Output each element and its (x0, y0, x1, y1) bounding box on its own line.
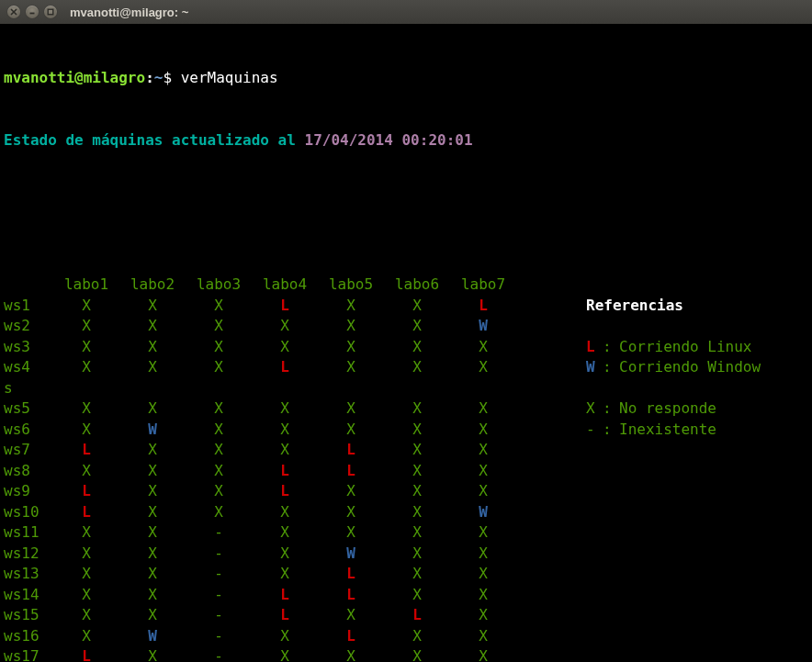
status-timestamp: 17/04/2014 00:20:01 (305, 131, 473, 149)
machine-cell: - (186, 585, 252, 606)
machine-cell: L (53, 481, 119, 502)
machine-cell: L (318, 440, 384, 461)
minimize-icon[interactable] (26, 6, 39, 18)
legend-symbol: L (586, 337, 603, 358)
column-header: labo5 (318, 275, 384, 296)
legend-desc: Corriendo Window (619, 357, 761, 378)
table-row: ws5XXXXXXX (4, 398, 516, 420)
table-row: ws1XXXLXXL (4, 296, 516, 317)
machine-cell: - (186, 522, 252, 544)
table-row: ws6XWXXXXX (4, 420, 516, 441)
machine-cell: X (384, 646, 450, 662)
machine-cell: W (450, 316, 516, 337)
machine-cell: X (186, 461, 252, 482)
machine-cell: - (186, 544, 252, 565)
row-label: ws7 (4, 440, 53, 461)
machine-cell: X (318, 316, 384, 337)
table-row: ws15XX-LXLX (4, 605, 516, 626)
table-row: ws7LXXXLXX (4, 440, 516, 461)
machine-cell: L (318, 585, 384, 606)
machine-cell: L (53, 646, 119, 662)
machine-cell: X (384, 502, 450, 523)
machine-cell: W (450, 502, 516, 523)
row-label: ws16 (4, 626, 53, 647)
machine-cell: X (384, 564, 450, 585)
legend-symbol: X (586, 398, 603, 420)
machine-cell: X (450, 398, 516, 420)
machine-cell: X (318, 337, 384, 358)
machine-cell: X (53, 585, 119, 606)
machine-cell: X (384, 461, 450, 482)
table-row: ws2XXXXXXW (4, 316, 516, 337)
machines-board: labo1labo2labo3labo4labo5labo6labo7ws1XX… (4, 275, 808, 662)
machine-cell: X (318, 420, 384, 441)
row-label: ws15 (4, 605, 53, 626)
row-label: ws13 (4, 564, 53, 585)
machine-cell: X (252, 626, 318, 647)
column-header: labo2 (119, 275, 186, 296)
machine-cell: X (186, 337, 252, 358)
machine-cell: X (450, 481, 516, 502)
machine-cell: X (186, 398, 252, 420)
table-row: ws10LXXXXXW (4, 502, 516, 523)
machine-cell: X (119, 585, 186, 606)
machine-cell: X (252, 522, 318, 544)
machine-cell: X (318, 357, 384, 378)
machine-cell: X (119, 440, 186, 461)
machine-cell: X (252, 440, 318, 461)
table-row: ws17LX-XXXX (4, 646, 516, 662)
row-label: ws6 (4, 420, 53, 441)
machine-cell: X (384, 316, 450, 337)
machine-cell: X (252, 544, 318, 565)
column-header: labo7 (450, 275, 516, 296)
machine-cell: L (318, 626, 384, 647)
machine-cell: L (384, 605, 450, 626)
machine-cell: X (450, 522, 516, 544)
row-label: ws8 (4, 461, 53, 482)
maximize-icon[interactable] (44, 6, 57, 18)
machine-cell: X (119, 502, 186, 523)
spacer (586, 316, 761, 337)
legend-separator: : (603, 398, 619, 420)
reference-heading: Referencias (586, 296, 761, 317)
table-header-row: labo1labo2labo3labo4labo5labo6labo7 (4, 275, 516, 296)
legend-row: -: Inexistente (586, 420, 761, 441)
machine-cell: X (450, 357, 516, 378)
machine-cell: X (119, 646, 186, 662)
legend-desc: Inexistente (619, 420, 716, 441)
machine-cell: X (252, 316, 318, 337)
machine-cell: W (119, 420, 186, 441)
terminal-output[interactable]: mvanotti@milagro:~$ verMaquinas Estado d… (0, 24, 812, 662)
machine-cell: - (186, 605, 252, 626)
machine-cell: X (119, 357, 186, 378)
machine-cell: X (53, 522, 119, 544)
machine-cell: X (252, 646, 318, 662)
table-row: ws9LXXLXXX (4, 481, 516, 502)
machine-cell: X (119, 564, 186, 585)
machine-cell: X (53, 420, 119, 441)
legend-desc: No responde (619, 398, 716, 420)
machine-cell: X (318, 481, 384, 502)
close-icon[interactable] (7, 6, 20, 18)
machine-cell: X (252, 502, 318, 523)
column-header: labo3 (186, 275, 252, 296)
machine-cell: X (119, 296, 186, 317)
legend-desc: Corriendo Linux (619, 337, 752, 358)
machine-cell: X (53, 296, 119, 317)
legend-separator: : (603, 420, 619, 441)
prompt-line: mvanotti@milagro:~$ verMaquinas (4, 68, 808, 89)
reference-panel: ReferenciasL: Corriendo LinuxW: Corriend… (586, 275, 761, 440)
table-row: ws4XXXLXXX (4, 357, 516, 378)
machine-cell: L (318, 461, 384, 482)
machine-cell: L (252, 481, 318, 502)
machine-cell: L (252, 605, 318, 626)
column-header: labo6 (384, 275, 450, 296)
row-label: ws11 (4, 522, 53, 544)
machine-cell: X (384, 420, 450, 441)
row-label: ws4 (4, 357, 53, 378)
machine-cell: X (450, 337, 516, 358)
machine-cell: X (186, 420, 252, 441)
legend-symbol: W (586, 357, 603, 378)
legend-row: X: No responde (586, 398, 761, 420)
machine-cell: X (119, 337, 186, 358)
